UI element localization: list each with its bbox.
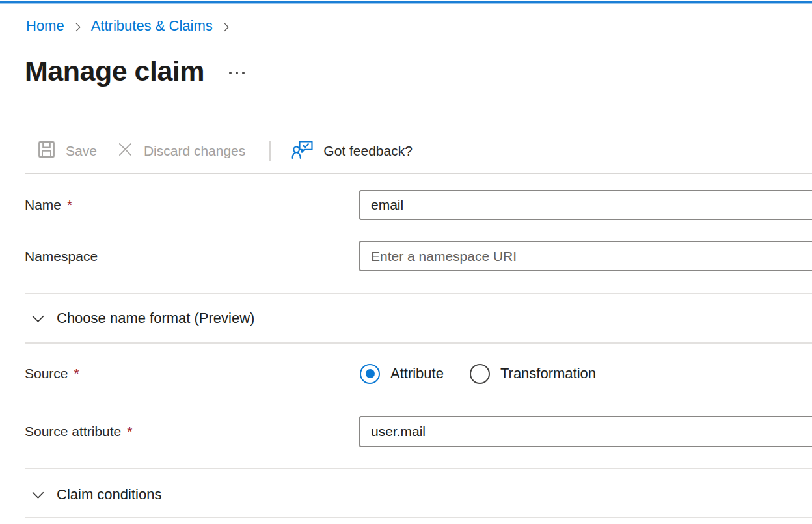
namespace-input[interactable] xyxy=(359,241,812,271)
breadcrumb: Home Attributes & Claims xyxy=(26,17,232,35)
required-marker: * xyxy=(67,197,72,213)
name-input[interactable] xyxy=(359,190,812,220)
section-choose-name-format-label: Choose name format (Preview) xyxy=(57,310,254,327)
required-marker: * xyxy=(127,424,132,439)
command-bar: Save Discard changes Got feedback? xyxy=(38,138,413,164)
save-button[interactable]: Save xyxy=(38,141,97,161)
chevron-down-icon xyxy=(31,311,46,326)
source-field-label: Source * xyxy=(25,362,79,385)
breadcrumb-attributes-claims-link[interactable]: Attributes & Claims xyxy=(91,17,213,35)
dismiss-icon xyxy=(117,141,133,161)
name-label-text: Name xyxy=(25,197,61,213)
name-field-label: Name * xyxy=(25,190,72,220)
namespace-label-text: Namespace xyxy=(25,249,98,264)
source-attribute-input[interactable] xyxy=(359,416,812,447)
source-option-transformation[interactable]: Transformation xyxy=(470,364,596,384)
source-option-transformation-label: Transformation xyxy=(500,365,596,382)
source-radio-group: Attribute Transformation xyxy=(360,362,596,385)
divider xyxy=(25,517,812,518)
required-marker: * xyxy=(74,366,79,381)
discard-changes-button[interactable]: Discard changes xyxy=(117,141,245,161)
radio-selected-icon[interactable] xyxy=(360,364,380,384)
divider xyxy=(25,468,812,469)
chevron-right-icon xyxy=(221,21,232,33)
divider xyxy=(25,293,812,294)
ellipsis-horizontal-icon xyxy=(242,72,245,74)
got-feedback-button-label: Got feedback? xyxy=(323,143,413,159)
source-label-text: Source xyxy=(25,366,68,381)
ellipsis-horizontal-icon xyxy=(229,72,232,74)
breadcrumb-home-link[interactable]: Home xyxy=(26,17,64,35)
save-icon xyxy=(38,141,55,161)
discard-changes-button-label: Discard changes xyxy=(144,143,245,159)
chevron-right-icon xyxy=(72,21,83,33)
ellipsis-horizontal-icon xyxy=(236,72,238,74)
page-title: Manage claim xyxy=(25,55,204,87)
source-attribute-label-text: Source attribute xyxy=(25,424,121,439)
save-button-label: Save xyxy=(66,143,97,159)
feedback-icon xyxy=(291,141,313,162)
section-claim-conditions-label: Claim conditions xyxy=(57,486,161,503)
divider xyxy=(25,173,812,174)
source-option-attribute-label: Attribute xyxy=(390,365,444,382)
section-choose-name-format[interactable]: Choose name format (Preview) xyxy=(25,303,812,333)
divider xyxy=(25,342,812,344)
chevron-down-icon xyxy=(31,488,46,503)
section-claim-conditions[interactable]: Claim conditions xyxy=(25,480,812,510)
top-accent-bar xyxy=(0,1,812,4)
source-attribute-field-label: Source attribute * xyxy=(25,416,132,447)
namespace-field-label: Namespace xyxy=(25,241,98,271)
radio-unselected-icon[interactable] xyxy=(470,364,490,384)
got-feedback-button[interactable]: Got feedback? xyxy=(291,141,413,162)
source-option-attribute[interactable]: Attribute xyxy=(360,364,444,384)
toolbar-divider xyxy=(269,141,271,161)
more-options-button[interactable] xyxy=(229,72,245,74)
